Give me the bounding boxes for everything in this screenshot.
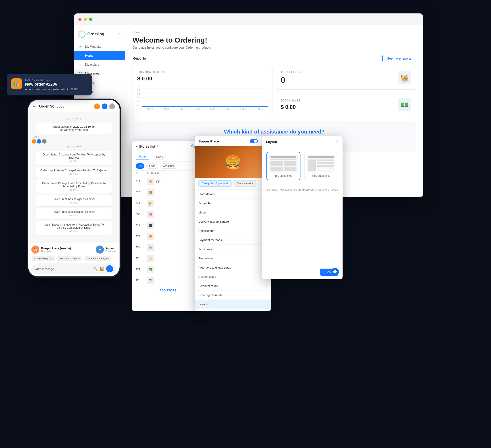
message-input[interactable] xyxy=(35,267,92,271)
business-avatar: 🏠 xyxy=(31,246,39,254)
quick-reply-2[interactable]: Your food is ready xyxy=(57,256,82,261)
burger-menu-item[interactable]: Preorders and lead times › xyxy=(195,263,271,272)
support-title: Which kind of assistance do you need? xyxy=(140,129,409,135)
edit-icon[interactable]: ✏️ xyxy=(94,267,98,271)
chart-svg xyxy=(142,85,268,107)
orders-icon-box: 🧺 xyxy=(398,71,411,85)
burger-menu-item[interactable]: Store details › xyxy=(195,190,271,199)
phone-footer: 🏠 Burger Place (Austin) Business A Amaan… xyxy=(28,243,120,276)
layout-panel-header: Layout ✕ xyxy=(262,136,343,147)
preview-content xyxy=(317,160,334,171)
close-layout-icon[interactable]: ✕ xyxy=(335,139,339,144)
maximize-dot[interactable] xyxy=(89,18,92,21)
store-row[interactable]: 419 ⚫ xyxy=(132,220,204,231)
store-row[interactable]: 424 🌿 xyxy=(132,264,204,275)
filter-groceries[interactable]: Groceries xyxy=(160,163,178,169)
sidebar-item-home[interactable]: ⌂ Home xyxy=(74,51,125,60)
avatar-2[interactable] xyxy=(101,103,108,110)
chat-support-icon[interactable]: 💬 xyxy=(331,268,339,276)
burger-menu-item[interactable]: Personalization › xyxy=(195,281,271,291)
today-sales-card: TODAY SALES $ 0.00 💵 xyxy=(276,93,416,116)
send-button[interactable]: ↵ xyxy=(106,265,113,272)
store-row[interactable]: 425 🥗 xyxy=(132,275,204,286)
store-row[interactable]: 422 🏪 xyxy=(132,242,204,253)
minimize-dot[interactable] xyxy=(84,18,87,21)
store-row[interactable]: 420 🍔 xyxy=(132,187,204,198)
store-website-button[interactable]: Store website xyxy=(234,180,257,187)
image-icon[interactable]: 🖼️ xyxy=(100,267,104,271)
preview-sidebar xyxy=(308,160,316,171)
store-logo: 🌿 xyxy=(147,266,154,273)
customer-avatar: A xyxy=(96,246,104,254)
layout-panel-content: Configure how categories are displayed i… xyxy=(262,185,343,195)
burger-menu-item[interactable]: Layout › xyxy=(195,300,271,309)
event-text: Order Status Changed from Accepted by Bu… xyxy=(39,182,109,188)
layout-option-side[interactable]: Side categories xyxy=(304,152,338,180)
store-id: 424 xyxy=(136,268,147,271)
store-row[interactable]: 423 🏷️ xyxy=(132,253,204,264)
filter-food[interactable]: Food xyxy=(146,163,158,169)
event-text: Order Status Changed from Accepted by Dr… xyxy=(39,223,109,229)
store-logo: 🏪 xyxy=(147,244,154,251)
today-sales-value: $ 0.00 xyxy=(281,104,301,110)
reports-section-title: Reports xyxy=(132,57,146,60)
tab-active[interactable]: Active xyxy=(136,154,149,160)
quick-reply-1[interactable]: Is everything ok? xyxy=(31,256,55,261)
store-logo: 🍔 xyxy=(147,189,154,196)
burger-menu-item[interactable]: Webhooks › xyxy=(195,309,271,311)
sidebar-label: My Website xyxy=(85,45,101,48)
burger-menu-item[interactable]: Delivery, pickup & more › xyxy=(195,217,271,226)
stores-panel-title: ≡ Stores list ✎ xyxy=(136,144,159,148)
tab-inactive[interactable]: Inactive xyxy=(151,154,166,160)
burger-menu-item[interactable]: Tax & fees › xyxy=(195,245,271,254)
store-id: 649 xyxy=(136,202,147,205)
close-dot[interactable] xyxy=(78,18,82,21)
layout-option-top[interactable]: Top categories xyxy=(266,152,301,180)
preview-side-layout xyxy=(308,160,334,171)
notification-content: BUSINESS APP V5 New order #2286 A new or… xyxy=(25,78,87,91)
chart-y-labels: 1.0 0.8 0.6 0.4 0.2 0 xyxy=(137,85,140,107)
store-row[interactable]: 650 🍣 xyxy=(132,209,204,220)
sent-avatar-2 xyxy=(37,139,41,143)
phone-chat[interactable]: Oct 15, 2022 Order placed for 2022-10-14… xyxy=(28,112,120,243)
sent-avatar-3 xyxy=(42,139,47,143)
event-status-4: Order Status Changed from Accepted by Dr… xyxy=(36,221,112,235)
today-orders-label: TODAY ORDERS xyxy=(281,71,303,74)
hamburger-icon[interactable]: ≡ xyxy=(118,32,121,37)
sidebar-item-my-website[interactable]: ↗ My Website xyxy=(74,42,125,51)
burger-menu-item[interactable]: Ordering channels › xyxy=(195,291,271,300)
menu-item-label: Delivery, pickup & more xyxy=(198,220,229,223)
today-orders-card: TODAY ORDERS 0 🧺 xyxy=(276,66,416,90)
notification-description: A new order was requested with id #2286. xyxy=(25,88,87,91)
preview-cell xyxy=(271,161,283,166)
avatar-3[interactable] xyxy=(109,103,115,110)
burger-menu-item[interactable]: Notifications › xyxy=(195,226,271,235)
add-store-button[interactable]: ADD STORE xyxy=(132,286,204,295)
business-name: Burger Place (Austin) xyxy=(41,247,71,250)
burger-menu-item[interactable]: Promotions › xyxy=(195,254,271,263)
back-arrow-icon[interactable]: ← xyxy=(32,104,36,109)
store-row[interactable]: 649 🌮 xyxy=(132,198,204,209)
preview-row xyxy=(271,159,296,160)
business-info: Burger Place (Austin) Business xyxy=(41,247,71,253)
burger-menu-item[interactable]: Payment methods › xyxy=(195,235,271,245)
hamburger-stores-icon: ≡ xyxy=(136,144,138,148)
store-id: 650 xyxy=(136,213,147,216)
sidebar-item-my-orders[interactable]: ≡ My orders xyxy=(74,60,125,69)
avatar-1[interactable] xyxy=(94,103,100,110)
filter-all[interactable]: All xyxy=(136,163,144,169)
phone-avatars xyxy=(94,103,115,110)
notification-order: New order #2286 xyxy=(25,82,87,87)
store-row[interactable]: 421 🧡 xyxy=(132,231,204,242)
burger-panel-header: Burger Place ··· ✕ xyxy=(195,136,271,146)
phone-inner: ← Order No. 3000 Oct 15, 2022 Order plac… xyxy=(28,100,120,276)
see-more-reports-button[interactable]: See more reports xyxy=(382,55,416,62)
burger-menu-item[interactable]: Menu › xyxy=(195,208,271,217)
store-row[interactable]: 417 🍕 PP... xyxy=(132,176,204,187)
burger-menu-item[interactable]: Schedule › xyxy=(195,199,271,208)
store-active-toggle[interactable] xyxy=(250,139,258,143)
categories-products-button[interactable]: Categories & products xyxy=(198,180,232,187)
quick-reply-3[interactable]: We have a delay wit xyxy=(84,256,111,261)
burger-menu-item[interactable]: Custom fields › xyxy=(195,272,271,281)
store-logo: 🌮 xyxy=(147,200,154,207)
